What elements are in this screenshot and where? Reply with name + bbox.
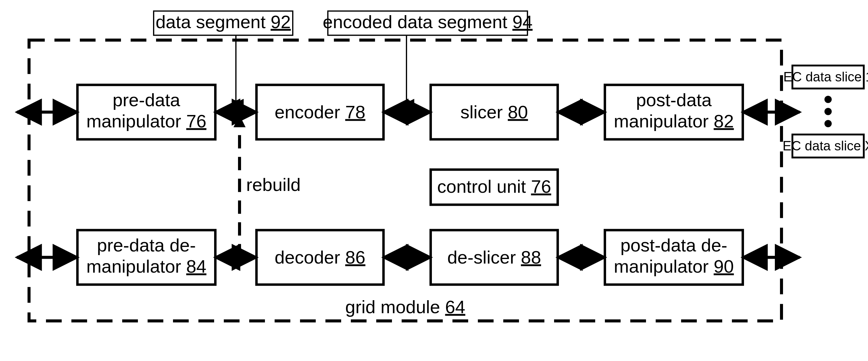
pre-data-de-manipulator-l2: manipulator 84 — [87, 256, 207, 277]
ellipsis-dot-3 — [825, 120, 832, 127]
decoder-label: decoder 86 — [275, 247, 365, 268]
pre-data-manipulator-l1: pre-data — [113, 90, 180, 110]
de-slicer-label: de-slicer 88 — [447, 247, 541, 268]
post-data-de-manipulator-l2: manipulator 90 — [614, 256, 734, 277]
post-data-manipulator-l1: post-data — [636, 90, 712, 110]
data-segment-label: data segment 92 — [156, 12, 291, 32]
grid-module-label: grid module 64 — [345, 297, 465, 317]
encoder-label: encoder 78 — [275, 102, 365, 122]
control-unit-label: control unit 76 — [437, 176, 551, 197]
post-data-de-manipulator-l1: post-data de- — [620, 235, 727, 255]
post-data-manipulator-l2: manipulator 82 — [614, 111, 734, 131]
ec-data-slice-1-label: EC data slice 1 — [783, 69, 868, 84]
slicer-label: slicer 80 — [460, 102, 528, 122]
ec-data-slice-x-label: EC data slice X — [783, 138, 868, 153]
pre-data-manipulator-l2: manipulator 76 — [87, 111, 207, 131]
ellipsis-dot-1 — [825, 96, 832, 103]
pre-data-de-manipulator-l1: pre-data de- — [97, 235, 196, 255]
rebuild-label: rebuild — [246, 175, 301, 195]
encoded-segment-label: encoded data segment 94 — [323, 12, 533, 32]
ellipsis-dot-2 — [825, 108, 832, 115]
